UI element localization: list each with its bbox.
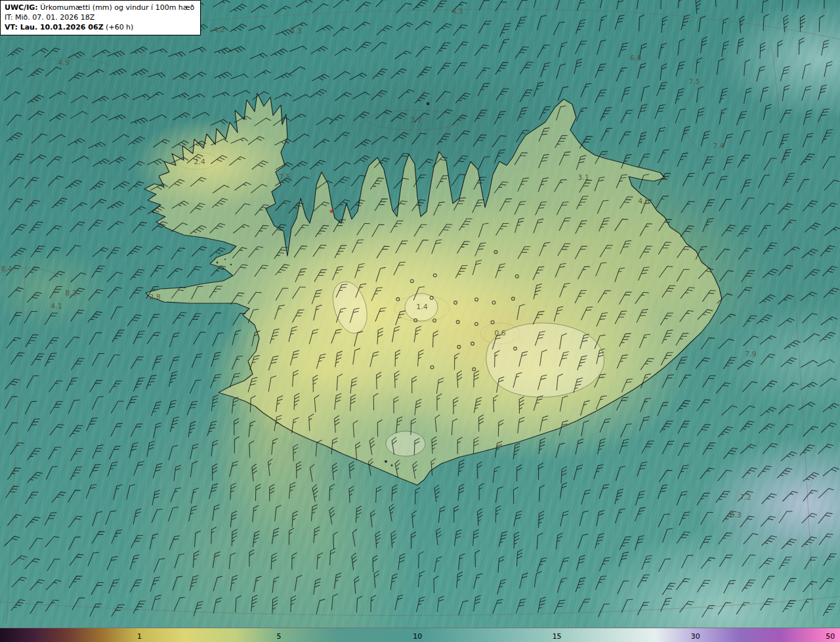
weather-map-app: 4.34.24.34.96.87.57.77.42.47.53.14.08.48… <box>0 0 840 642</box>
legend-model-label: UWC/IG: <box>5 3 38 12</box>
legend-title: UWC/IG: Úrkomumætti (mm) og vindur í 100… <box>5 3 194 12</box>
colorbar: 1510153050 <box>0 628 840 642</box>
station-marker <box>330 210 333 213</box>
iceland-landmass <box>144 93 722 485</box>
weather-map: 4.34.24.34.96.87.57.77.42.47.53.14.08.48… <box>0 0 840 628</box>
iceland-coastline <box>144 93 722 485</box>
legend-valid-time-suffix: (+60 h) <box>104 23 134 32</box>
map-overlay <box>0 0 840 628</box>
hofsjokull-glacier <box>405 293 438 321</box>
legend-valid-time: VT: Lau. 10.01.2026 06Z (+60 h) <box>5 22 194 32</box>
vatnajokull-glacier <box>486 323 604 397</box>
legend-box: UWC/IG: Úrkomumætti (mm) og vindur í 100… <box>0 0 201 35</box>
colorbar-tick-label: 10 <box>413 632 422 641</box>
legend-valid-time-main: VT: Lau. 10.01.2026 06Z <box>5 23 104 32</box>
colorbar-tick-label: 15 <box>553 632 562 641</box>
colorbar-tick-label: 30 <box>691 632 700 641</box>
myrdalsjokull-glacier <box>386 431 425 456</box>
legend-title-text: Úrkomumætti (mm) og vindur í 100m hæð <box>38 3 195 12</box>
colorbar-tick-label: 5 <box>276 632 281 641</box>
colorbar-ticks: 1510153050 <box>0 628 840 642</box>
colorbar-tick-label: 1 <box>137 632 142 641</box>
legend-init-time: IT: Mið. 07. 01. 2026 18Z <box>5 12 194 22</box>
colorbar-tick-label: 50 <box>826 632 835 641</box>
